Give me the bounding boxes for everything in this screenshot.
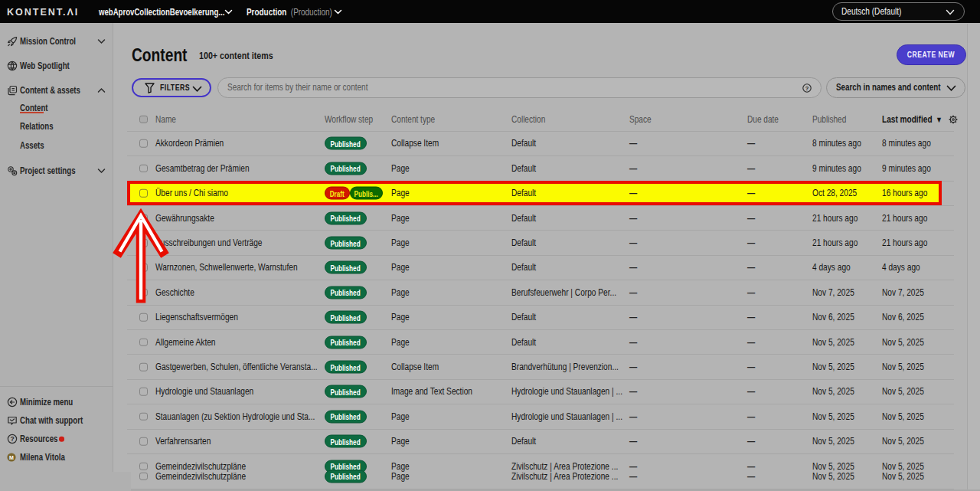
- svg-text:M: M: [9, 454, 14, 460]
- svg-text:?: ?: [805, 85, 808, 92]
- svg-text:?: ?: [10, 435, 14, 443]
